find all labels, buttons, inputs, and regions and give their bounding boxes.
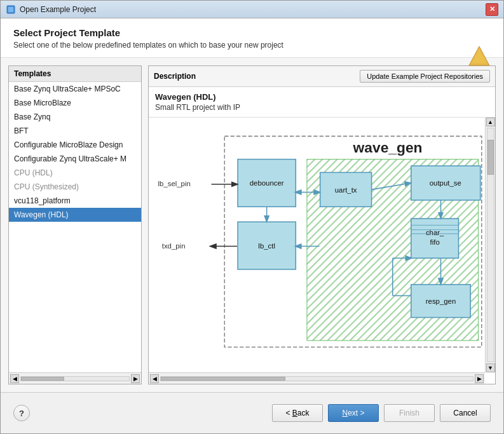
template-item-vcu118-platform[interactable]: vcu118_platform — [9, 194, 141, 208]
template-item-cpu-hdl[interactable]: CPU (HDL) — [9, 166, 141, 180]
svg-text:lb_ctl: lb_ctl — [258, 242, 275, 250]
content-area: Templates Base Zynq UltraScale+ MPSoC Ba… — [1, 58, 503, 392]
finish-button: Finish — [384, 404, 435, 422]
help-button[interactable]: ? — [13, 405, 30, 421]
scroll-right-arrow[interactable]: ▶ — [131, 374, 140, 383]
cancel-button[interactable]: Cancel — [440, 404, 491, 422]
window-icon — [6, 4, 16, 15]
svg-text:uart_tx: uart_tx — [335, 186, 357, 194]
description-panel-header: Description Update Example Project Repos… — [149, 66, 495, 87]
svg-text:txd_pin: txd_pin — [162, 242, 186, 250]
scroll-down-arrow[interactable]: ▼ — [486, 363, 495, 372]
header-description: Select one of the below predefined templ… — [13, 41, 491, 50]
svg-text:fifo: fifo — [430, 239, 440, 247]
svg-rect-1 — [8, 7, 13, 12]
template-item-bft[interactable]: BFT — [9, 124, 141, 138]
description-label: Description — [154, 72, 360, 81]
diagram-area: wave_gen debouncer — [149, 117, 495, 384]
project-description: Wavegen (HDL) Small RTL project with IP — [149, 87, 495, 117]
scroll-up-arrow[interactable]: ▲ — [486, 118, 495, 126]
svg-text:lb_sel_pin: lb_sel_pin — [158, 180, 191, 187]
header-content: Select Project Template Select one of th… — [1, 18, 503, 58]
project-name: Wavegen (HDL) — [155, 92, 489, 102]
scroll-v-track[interactable] — [487, 128, 494, 362]
diagram-scroll-right-arrow[interactable]: ▶ — [475, 374, 484, 383]
template-item-base-zynq-ultrascale[interactable]: Base Zynq UltraScale+ MPSoC — [9, 82, 141, 96]
diagram-scroll-left-arrow[interactable]: ◀ — [150, 374, 159, 383]
svg-text:resp_gen: resp_gen — [426, 297, 456, 305]
close-button[interactable]: ✕ — [486, 3, 498, 16]
header-section: Select Project Template Select one of th… — [1, 18, 503, 58]
window-title: Open Example Project — [20, 5, 486, 14]
templates-panel: Templates Base Zynq UltraScale+ MPSoC Ba… — [8, 65, 142, 384]
template-item-base-zynq[interactable]: Base Zynq — [9, 110, 141, 124]
scroll-left-arrow[interactable]: ◀ — [10, 374, 19, 383]
diagram-scroll-track[interactable] — [160, 376, 473, 381]
template-item-configurable-zynq-ultrascale[interactable]: Configurable Zynq UltraScale+ M — [9, 152, 141, 166]
main-window: Open Example Project ✕ Select Project Te… — [0, 0, 504, 434]
template-item-cpu-synthesized[interactable]: CPU (Synthesized) — [9, 180, 141, 194]
template-item-base-microblaze[interactable]: Base MicroBlaze — [9, 96, 141, 110]
template-item-wavegen-hdl[interactable]: Wavegen (HDL) — [9, 208, 141, 222]
title-bar: Open Example Project ✕ — [1, 1, 503, 18]
svg-text:wave_gen: wave_gen — [353, 139, 423, 156]
svg-text:debouncer: debouncer — [250, 179, 284, 187]
diagram-horizontal-scrollbar[interactable]: ◀ ▶ — [149, 372, 485, 384]
update-repos-button[interactable]: Update Example Project Repositories — [360, 70, 490, 83]
back-button[interactable]: < Back — [272, 404, 323, 422]
left-horizontal-scrollbar[interactable]: ◀ ▶ — [9, 372, 141, 384]
logo — [468, 45, 491, 70]
footer-buttons: < Back Next > Finish Cancel — [272, 404, 491, 422]
template-item-configurable-microblaze[interactable]: Configurable MicroBlaze Design — [9, 138, 141, 152]
diagram-scroll-thumb — [161, 377, 285, 381]
next-button[interactable]: Next > — [328, 404, 379, 422]
footer: ? < Back Next > Finish Cancel — [1, 392, 503, 433]
scroll-v-thumb — [487, 140, 494, 175]
diagram-vertical-scrollbar[interactable]: ▲ ▼ — [485, 118, 495, 372]
diagram-canvas: wave_gen debouncer — [149, 118, 485, 372]
svg-text:output_se: output_se — [430, 179, 461, 187]
description-panel: Description Update Example Project Repos… — [148, 65, 496, 384]
project-type: Small RTL project with IP — [155, 103, 489, 112]
page-title: Select Project Template — [13, 27, 491, 38]
template-list: Base Zynq UltraScale+ MPSoC Base MicroBl… — [9, 82, 141, 372]
scroll-track[interactable] — [20, 376, 130, 381]
scroll-thumb — [21, 377, 64, 381]
templates-panel-header: Templates — [9, 66, 141, 82]
